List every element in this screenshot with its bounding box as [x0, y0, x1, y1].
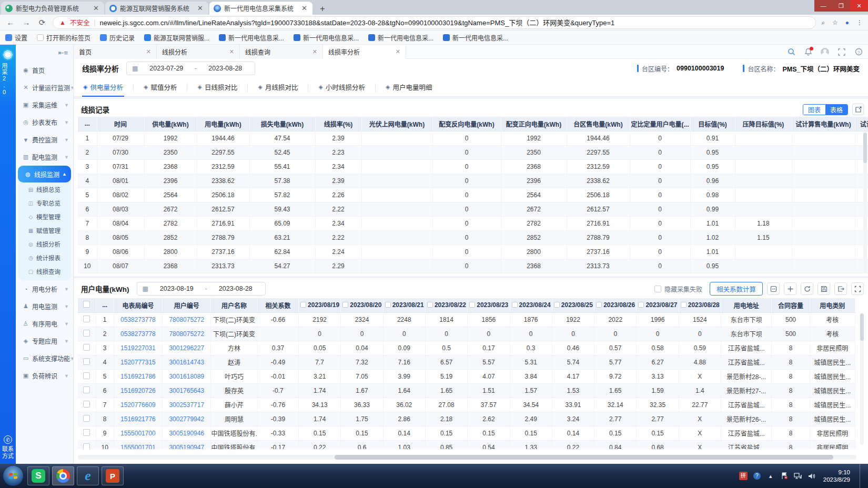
start-button[interactable] — [3, 466, 23, 486]
loss-column-header[interactable]: ... — [78, 117, 97, 131]
loss-column-header[interactable]: 台区售电量(kWh) — [567, 117, 630, 131]
user-date-start[interactable]: 2023-08-19 — [153, 285, 201, 292]
column-settings-icon[interactable] — [767, 282, 780, 295]
sidebar-item-抄表发布[interactable]: ◎抄表发布▼ — [16, 114, 73, 131]
user-column-header[interactable]: 用户名称 — [211, 298, 257, 312]
sidebar-subitem-赋值管理[interactable]: ▦赋值管理 — [18, 223, 71, 237]
user-column-header[interactable]: 电表局编号 — [114, 298, 162, 312]
subtab-月线损对比[interactable]: ◈月线损对比 — [257, 78, 299, 97]
app-tab-close-icon[interactable]: ✕ — [312, 48, 317, 55]
security-warning[interactable]: 不安全 — [70, 17, 90, 27]
sidebar-item-专题应用[interactable]: ◈专题应用▼ — [16, 332, 73, 350]
user-date-header[interactable]: 2023/08/24 — [510, 298, 552, 312]
fullscreen-icon[interactable] — [837, 48, 846, 56]
meter-no-link[interactable]: 1516921786 — [114, 369, 162, 383]
sidebar-item-用电分析[interactable]: ◔用电分析▼ — [16, 280, 73, 298]
url-text[interactable]: neweic.js.sgcc.com.cn/#/llm/line/LineRat… — [100, 17, 615, 27]
horizontal-scrollbar-thumb[interactable] — [335, 455, 833, 460]
loss-date-range-picker[interactable]: ▦ 2023-07-29 - 2023-08-28 — [126, 62, 255, 75]
bookmark-item[interactable]: 新一代用电信息采... — [219, 33, 284, 42]
loss-table-scrollbar[interactable] — [863, 133, 867, 273]
row-checkbox[interactable] — [83, 358, 90, 365]
loss-column-header[interactable]: 光伏上网电量(kWh) — [361, 117, 432, 131]
select-all-header[interactable] — [78, 298, 96, 312]
taskbar-app-chrome[interactable] — [52, 466, 74, 485]
user-date-range-picker[interactable]: ▦ 2023-08-19 - 2023-08-28 — [137, 282, 266, 296]
row-checkbox[interactable] — [83, 330, 90, 337]
app-tab-线损查询[interactable]: 线损查询✕ — [240, 45, 323, 59]
subtab-供电量分析[interactable]: ◈供电量分析 — [82, 78, 124, 97]
forward-icon[interactable]: → — [21, 18, 32, 27]
user-date-header[interactable]: 2023/08/19 — [299, 298, 341, 312]
sidebar-item-采集运维[interactable]: ▣采集运维▼ — [16, 96, 73, 114]
menu-kebab-icon[interactable]: ⋮ — [856, 19, 863, 26]
user-no-link[interactable]: 3005190947 — [163, 440, 211, 449]
row-checkbox[interactable] — [83, 344, 90, 351]
loss-column-header[interactable]: 试计算线损率(%) — [855, 117, 868, 131]
loss-column-header[interactable]: 线损率(%) — [315, 117, 361, 131]
user-column-header[interactable]: ... — [96, 298, 114, 312]
sidebar-subitem-统计报表[interactable]: ◷统计报表 — [18, 251, 71, 265]
row-select-cell[interactable] — [78, 412, 96, 426]
loss-column-header[interactable]: 压降目标值(%) — [735, 117, 792, 131]
subtab-日线损对比[interactable]: ◈日线损对比 — [196, 78, 238, 97]
subtab-小时线损分析[interactable]: ◈小时线损分析 — [317, 78, 366, 97]
close-button[interactable]: ✕ — [850, 0, 868, 12]
bookmark-item[interactable]: 新一代用电信息采... — [294, 33, 359, 42]
network-icon[interactable] — [794, 472, 802, 480]
user-date-header[interactable]: 2023/08/27 — [637, 298, 679, 312]
app-tab-close-icon[interactable]: ✕ — [229, 48, 234, 55]
correlation-calc-button[interactable]: 相关系数计算 — [710, 282, 763, 296]
tab-close-icon[interactable]: ✕ — [196, 4, 204, 12]
date-column-checkbox[interactable] — [342, 302, 348, 308]
bookmark-item[interactable]: 新一代用电信息采... — [368, 33, 433, 42]
tab-close-icon[interactable]: ✕ — [92, 4, 100, 12]
sidebar-item-系统支撑功能[interactable]: ▭系统支撑功能▼ — [16, 350, 73, 367]
row-select-cell[interactable] — [78, 398, 96, 412]
bookmark-item[interactable]: 能源互联网营销服... — [144, 33, 209, 42]
user-column-header[interactable]: 用电类别 — [810, 298, 855, 312]
user-date-header[interactable]: 2023/08/23 — [468, 298, 510, 312]
loss-column-header[interactable]: 时间 — [97, 117, 144, 131]
refresh-icon[interactable] — [801, 282, 813, 295]
user-no-link[interactable]: 7808075272 — [163, 327, 211, 341]
meter-no-link[interactable]: 1520777315 — [114, 355, 162, 369]
sidebar-subitem-线损分析[interactable]: ◎线损分析 — [18, 237, 71, 251]
table-view-button[interactable]: 表格 — [825, 105, 847, 115]
user-avatar[interactable] — [821, 48, 829, 56]
save-icon[interactable] — [817, 282, 830, 295]
help-icon[interactable]: ? — [854, 48, 863, 56]
date-column-checkbox[interactable] — [554, 302, 560, 308]
volume-icon[interactable] — [808, 472, 816, 480]
new-tab-button[interactable]: + — [316, 3, 329, 15]
horizontal-scrollbar[interactable] — [78, 455, 856, 460]
user-date-header[interactable]: 2023/08/20 — [341, 298, 383, 312]
row-checkbox[interactable] — [83, 415, 90, 422]
user-no-link[interactable]: 7808075272 — [163, 312, 211, 327]
export-icon[interactable] — [834, 282, 847, 295]
date-column-checkbox[interactable] — [427, 302, 433, 308]
input-method-icon[interactable]: 拼 — [739, 472, 748, 480]
zoom-icon[interactable]: ⌕ — [821, 19, 825, 26]
add-icon[interactable] — [784, 282, 796, 295]
user-column-header[interactable]: 用电地址 — [721, 298, 772, 312]
row-checkbox[interactable] — [83, 316, 90, 322]
meter-no-link[interactable]: 1520776609 — [114, 398, 162, 412]
user-no-link[interactable]: 3001296227 — [163, 341, 211, 355]
row-select-cell[interactable] — [78, 312, 96, 327]
date-column-checkbox[interactable] — [469, 302, 475, 308]
loss-column-header[interactable]: 目标值(%) — [690, 117, 735, 131]
meter-no-link[interactable]: 1516921776 — [114, 412, 162, 426]
bookmark-item[interactable]: 设置 — [5, 33, 27, 42]
loss-column-header[interactable]: 损失电量(kWh) — [249, 117, 315, 131]
hide-fail-checkbox[interactable]: 隐藏采集失败 — [654, 284, 702, 293]
row-select-cell[interactable] — [78, 440, 96, 449]
meter-no-link[interactable]: 0538273778 — [114, 327, 162, 341]
chart-view-button[interactable]: 图表 — [803, 105, 825, 115]
app-tab-线损分析[interactable]: 线损分析✕ — [157, 45, 240, 59]
bookmark-item[interactable]: 打开新的标签页 — [37, 33, 90, 42]
user-date-header[interactable]: 2023/08/26 — [594, 298, 637, 312]
notification-bell-icon[interactable] — [804, 48, 812, 56]
date-column-checkbox[interactable] — [638, 302, 644, 308]
user-no-link[interactable]: 3001765643 — [163, 383, 211, 398]
